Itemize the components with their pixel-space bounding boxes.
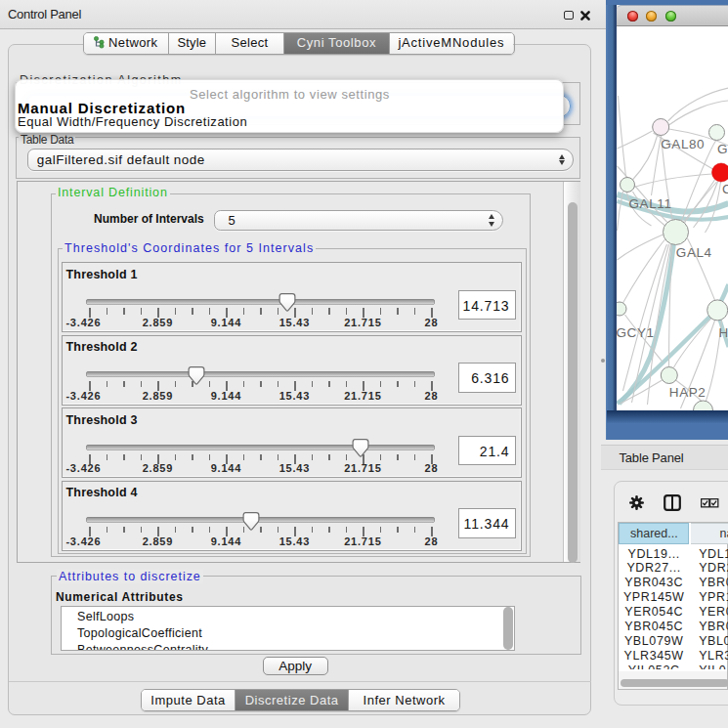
svg-text:GA: GA	[717, 142, 728, 156]
svg-text:GAL4: GAL4	[675, 245, 711, 260]
svg-text:HIS4: HIS4	[718, 325, 728, 340]
svg-text:GAL11: GAL11	[628, 196, 671, 211]
svg-text:GAL80: GAL80	[661, 137, 705, 151]
svg-text:GCY1: GCY1	[617, 325, 655, 340]
svg-text:CA: CA	[722, 182, 728, 196]
svg-text:HAP2: HAP2	[668, 385, 706, 400]
